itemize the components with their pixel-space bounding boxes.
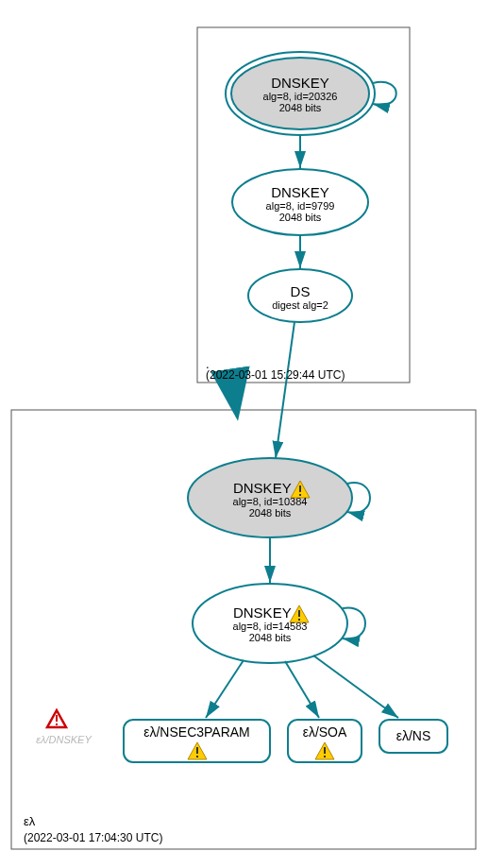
rr-ns-label: ελ/NS bbox=[379, 728, 447, 743]
node-zsk-root-text: DNSKEY alg=8, id=9799 2048 bits bbox=[244, 184, 357, 223]
svg-rect-2 bbox=[56, 723, 58, 725]
zone-root-timestamp: (2022-03-01 15:29:44 UTC) bbox=[206, 368, 345, 382]
zone-el-timestamp: (2022-03-01 17:04:30 UTC) bbox=[24, 831, 162, 844]
node-ds-text: DS digest alg=2 bbox=[253, 283, 347, 311]
svg-rect-7 bbox=[196, 747, 198, 754]
rr-nsec3param-label: ελ/NSEC3PARAM bbox=[124, 724, 270, 740]
rr-soa-label: ελ/SOA bbox=[288, 724, 362, 740]
svg-rect-1 bbox=[56, 715, 58, 722]
node-ksk-root-text: DNSKEY alg=8, id=20326 2048 bits bbox=[244, 75, 357, 113]
node-ksk-el-text: DNSKEY alg=8, id=10384 2048 bits bbox=[204, 480, 336, 519]
svg-rect-9 bbox=[324, 747, 326, 754]
svg-rect-8 bbox=[196, 756, 198, 757]
node-zsk-el-text: DNSKEY alg=8, id=14583 2048 bits bbox=[204, 604, 336, 643]
zone-el-name: ελ bbox=[24, 814, 35, 828]
svg-rect-10 bbox=[324, 756, 326, 757]
error-icon bbox=[47, 710, 66, 727]
alias-dnskey: ελ/DNSKEY bbox=[24, 730, 104, 747]
